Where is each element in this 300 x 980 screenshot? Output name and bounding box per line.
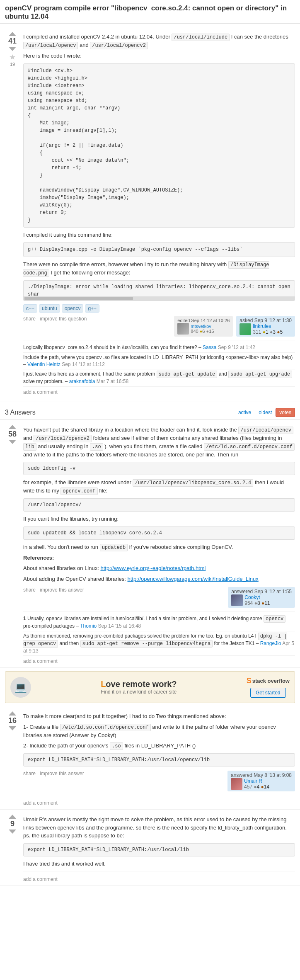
inline-code: /etc/ld.so.conf.d/opencv.conf bbox=[204, 443, 295, 451]
answer-3-vote-down[interactable] bbox=[9, 830, 16, 834]
asked-user-avatar bbox=[240, 323, 251, 335]
vote-down-button[interactable] bbox=[9, 47, 16, 51]
answer-2-add-comment[interactable]: add a comment bbox=[23, 800, 295, 806]
tag-ubuntu[interactable]: ubuntu bbox=[39, 304, 60, 313]
question-section: 41 ★ 19 I compiled and installed openCV … bbox=[0, 27, 300, 398]
question-vote-row: 41 ★ 19 I compiled and installed openCV … bbox=[5, 30, 295, 395]
answer-2-user-rep: 457 bbox=[244, 784, 252, 790]
question-vote-col: 41 ★ 19 bbox=[5, 30, 20, 395]
answer-2-point2: 2- Include the path of your opencv's .so… bbox=[23, 742, 295, 750]
inline-code: .so bbox=[90, 443, 103, 451]
sort-tab-oldest[interactable]: oldest bbox=[255, 408, 276, 417]
answer-1: 58 You haven't put the shared library in… bbox=[0, 420, 300, 668]
answer-2: 16 To make it more clear(and to put it t… bbox=[0, 706, 300, 810]
inline-code: /usr/local/opencv2 bbox=[90, 42, 148, 49]
answer-1-vote-down[interactable] bbox=[9, 440, 16, 444]
answer-2-vote-col: 16 bbox=[5, 710, 20, 806]
favorite-star[interactable]: ★ bbox=[9, 53, 16, 62]
question-edited-card: edited Sep 14 12 at 10:26 mtsvetkov 840 … bbox=[174, 316, 233, 337]
answer-1-vote-count: 58 bbox=[8, 430, 17, 439]
share-link[interactable]: share bbox=[23, 316, 36, 322]
inline-code: sudo apt-get remove --purge libopencv4te… bbox=[80, 640, 213, 648]
question-text-4: There were no compile time errors, howev… bbox=[23, 260, 295, 277]
answer-3-comments: add a comment bbox=[23, 871, 295, 882]
code-block-1: #include <cv.h> #include <highgui.h> #in… bbox=[23, 63, 295, 228]
answer-1-comment-1-user[interactable]: Thomio bbox=[80, 623, 97, 629]
improve-link[interactable]: improve this question bbox=[40, 316, 87, 322]
answer-2-user-name[interactable]: Umair R bbox=[244, 778, 262, 784]
sort-tab-votes[interactable]: votes bbox=[276, 408, 295, 417]
answer-1-add-comment[interactable]: add a comment bbox=[23, 658, 295, 664]
scroll-bar[interactable] bbox=[24, 296, 295, 301]
error-scrollable[interactable]: ./DisplayImage: error while loading shar… bbox=[23, 280, 295, 301]
answer-1-user-rep: 954 bbox=[244, 600, 253, 606]
page-title: openCV program compile error "libopencv_… bbox=[0, 0, 300, 24]
inline-code: /usr/local/opencv bbox=[238, 427, 293, 434]
answer-1-comment-1-time: Sep 14 '15 at 16:48 bbox=[98, 623, 141, 629]
question-text-2: Here is the code I wrote: bbox=[23, 52, 295, 60]
inline-code: /DisplayImage code.png bbox=[23, 261, 269, 277]
answer-1-improve[interactable]: improve this answer bbox=[40, 587, 84, 593]
answer-1-text-4: in a shell. You don't need to run update… bbox=[23, 543, 295, 551]
edit-user-name[interactable]: mtsvetkov bbox=[191, 324, 211, 329]
answer-1-text-2: for example, if the libraries were store… bbox=[23, 478, 295, 495]
inline-code: /usr/local/opencv bbox=[23, 42, 78, 49]
code-block-2: g++ DisplayImage.cpp -o DisplayImage `pk… bbox=[23, 242, 295, 257]
answer-1-comment-2-user[interactable]: RangeJio bbox=[260, 640, 281, 646]
answer-1-timestamp: answered Sep 9 '12 at 1:55 bbox=[231, 589, 292, 594]
error-text: ./DisplayImage: error while loading shar… bbox=[28, 284, 290, 297]
answer-3-text-2: I have tried this and it worked well. bbox=[23, 860, 295, 868]
tag-gpp[interactable]: g++ bbox=[85, 304, 99, 313]
comment-3-user[interactable]: araknafobia bbox=[69, 378, 95, 384]
answer-3-cmd: export LD_LIBRARY_PATH=$LD_LIBRARY_PATH:… bbox=[23, 843, 295, 856]
answer-1-share[interactable]: share bbox=[23, 587, 36, 593]
answer-2-content: To make it more clear(and to put it toge… bbox=[20, 710, 295, 806]
add-comment-button[interactable]: add a comment bbox=[23, 389, 295, 395]
edited-timestamp: edited Sep 14 12 at 10:26 bbox=[177, 318, 230, 323]
answer-1-ref1: About shared libraries on Linux: http://… bbox=[23, 564, 295, 572]
answer-2-improve[interactable]: improve this answer bbox=[40, 771, 84, 776]
ref2-link[interactable]: http://opencv.willowgarage.com/wiki/Inst… bbox=[128, 576, 259, 582]
question-content: I compiled and installed openCV 2.4.2 in… bbox=[20, 30, 295, 395]
ad-main-text: Love remote work? bbox=[36, 679, 242, 689]
inline-code: sudo apt-get upgrade bbox=[228, 371, 292, 378]
question-body: I compiled and installed openCV 2.4.2 in… bbox=[23, 33, 295, 301]
answer-2-vote-up[interactable] bbox=[9, 711, 16, 716]
vote-up-button[interactable] bbox=[9, 32, 16, 36]
answer-1-user-name[interactable]: Cookyt bbox=[244, 594, 260, 600]
inline-code: .so bbox=[110, 742, 123, 750]
answer-2-badge-bronze: ● bbox=[261, 784, 264, 790]
ad-banner: 💻 Love remote work? Find it on a new kin… bbox=[5, 671, 295, 703]
answer-2-vote-down[interactable] bbox=[9, 726, 16, 730]
answer-3-add-comment[interactable]: add a comment bbox=[23, 876, 295, 882]
tag-opencv[interactable]: opencv bbox=[62, 304, 84, 313]
answers-header: 3 Answers active oldest votes bbox=[0, 405, 300, 420]
answer-3-vote-row: 9 Umair R's answer is mostly the right m… bbox=[5, 813, 295, 882]
sort-tab-active[interactable]: active bbox=[235, 408, 255, 417]
answer-2-text-1: To make it more clear(and to put it toge… bbox=[23, 712, 295, 720]
answer-2-timestamp: answered May 8 '13 at 9:08 bbox=[231, 772, 292, 778]
so-logo: S stack overflow bbox=[247, 677, 290, 685]
inline-code: updatedb bbox=[100, 544, 128, 551]
answer-2-vote-row: 16 To make it more clear(and to put it t… bbox=[5, 710, 295, 806]
answer-1-content: You haven't put the shared library in a … bbox=[20, 423, 295, 664]
answer-3-vote-up[interactable] bbox=[9, 815, 16, 819]
tag-cpp[interactable]: c++ bbox=[23, 304, 37, 313]
ad-cta-button[interactable]: Get started bbox=[250, 688, 285, 698]
asked-user-name[interactable]: linkrules bbox=[253, 323, 271, 329]
inline-code: opencv.conf bbox=[60, 488, 97, 495]
scroll-thumb[interactable] bbox=[24, 297, 133, 300]
asked-timestamp: asked Sep 9 '12 at 1:30 bbox=[240, 318, 292, 323]
answer-2-meta-row: share improve this answer answered May 8… bbox=[23, 771, 295, 791]
answer-2-share[interactable]: share bbox=[23, 771, 36, 776]
comment-1-time: Sep 9 '12 at 1:42 bbox=[218, 344, 255, 350]
question-text-3: I compiled it using this command line: bbox=[23, 231, 295, 239]
answer-1-comment-1: 1 Usually, opencv libraries are installe… bbox=[23, 614, 295, 631]
ref1-link[interactable]: http://www.eyrie.org/~eagle/notes/rpath.… bbox=[100, 565, 206, 571]
comment-1-user[interactable]: Sassa bbox=[203, 344, 216, 350]
comment-2-user[interactable]: Valentin Heintz bbox=[27, 361, 60, 367]
question-asked-card: asked Sep 9 '12 at 1:30 linkrules 311 ●1… bbox=[236, 316, 295, 337]
answer-1-vote-up[interactable] bbox=[9, 425, 16, 429]
answer-3-content: Umair R's answer is mostly the right mov… bbox=[20, 813, 295, 882]
answer-2-point1: 1- Create a file /etc/ld.so.conf.d/openc… bbox=[23, 723, 295, 740]
